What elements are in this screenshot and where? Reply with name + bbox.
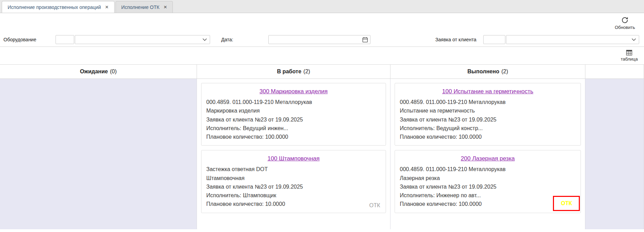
- tab-label: Исполнение ОТК: [121, 4, 160, 10]
- tab-production-operations[interactable]: Исполнение производственных операций ×: [2, 1, 115, 13]
- kanban-card[interactable]: 100 Испытание на герметичность 000.4859.…: [395, 83, 581, 146]
- card-operation: Штамповочная: [206, 174, 381, 182]
- top-toolbar: Обновить: [0, 13, 644, 33]
- card-client-request: Заявка от клиента №23 от 19.09.2025: [400, 115, 576, 124]
- card-planned-quantity: Плановое количество: 100.0000: [400, 133, 576, 141]
- card-operation: Испытание на герметичность: [400, 106, 576, 115]
- tab-bar: Исполнение производственных операций × И…: [0, 0, 644, 13]
- refresh-label: Обновить: [615, 25, 635, 30]
- chevron-down-icon: [202, 38, 207, 41]
- client-request-code-input[interactable]: [483, 35, 505, 44]
- card-executor: Исполнитель: Штамповщик: [206, 191, 381, 200]
- bottom-strip: [0, 229, 644, 232]
- filters-row: Оборудование Дата: Заявка от клиента: [0, 33, 644, 46]
- column-count: (2): [304, 68, 310, 75]
- column-header-in-progress: В работе (2): [197, 64, 390, 79]
- refresh-button[interactable]: Обновить: [615, 16, 635, 30]
- card-product: 000.4859. 011.000-119-210 Металлорукав: [400, 165, 576, 173]
- tab-label: Исполнение производственных операций: [8, 4, 101, 10]
- kanban-card[interactable]: 300 Маркировка изделия 000.4859. 011.000…: [201, 83, 386, 146]
- card-product: 000.4859. 011.000-119-210 Металлорукав: [400, 98, 576, 106]
- kanban-card[interactable]: 200 Лазерная резка 000.4859. 011.000-119…: [395, 150, 581, 213]
- column-header-spacer: [585, 64, 644, 79]
- card-client-request: Заявка от клиента №23 от 19.09.2025: [400, 182, 576, 191]
- view-toolbar: таблица: [0, 47, 644, 64]
- card-executor: Исполнитель: Ведущий констр...: [400, 124, 576, 133]
- app-window: Исполнение производственных операций × И…: [0, 0, 644, 232]
- date-input[interactable]: [268, 35, 370, 44]
- card-planned-quantity: Плановое количество: 100.0000: [206, 133, 381, 141]
- client-request-select[interactable]: [506, 35, 639, 44]
- kanban-card[interactable]: 100 Штамповочная Застежка ответная DOT Ш…: [201, 150, 386, 213]
- column-title: Выполнено: [467, 68, 499, 75]
- card-title-link[interactable]: 300 Маркировка изделия: [206, 88, 381, 95]
- refresh-icon: [621, 16, 629, 24]
- equipment-select[interactable]: [75, 35, 210, 44]
- column-body-in-progress: 300 Маркировка изделия 000.4859. 011.000…: [197, 79, 390, 229]
- client-request-label: Заявка от клиента: [435, 37, 476, 42]
- card-client-request: Заявка от клиента №23 от 19.09.2025: [206, 115, 381, 124]
- calendar-icon[interactable]: [362, 37, 368, 43]
- column-body-done: 100 Испытание на герметичность 000.4859.…: [390, 79, 585, 229]
- equipment-label: Оборудование: [3, 37, 36, 42]
- card-executor: Исполнитель: Ведущий инжен...: [206, 124, 381, 133]
- column-count: (2): [501, 68, 508, 75]
- card-title-link[interactable]: 100 Испытание на герметичность: [400, 88, 576, 95]
- table-icon: [626, 50, 632, 56]
- column-body-waiting: [0, 79, 197, 229]
- equipment-code-input[interactable]: [56, 35, 74, 44]
- column-title: Ожидание: [80, 68, 108, 75]
- column-header-waiting: Ожидание (0): [0, 64, 197, 79]
- otk-badge-highlighted[interactable]: ОТК: [553, 196, 580, 211]
- chevron-down-icon: [632, 38, 636, 41]
- kanban-board: Ожидание (0) В работе (2) Выполнено (2) …: [0, 64, 644, 229]
- card-client-request: Заявка от клиента №23 от 19.09.2025: [206, 182, 381, 191]
- column-header-done: Выполнено (2): [390, 64, 585, 79]
- card-title-link[interactable]: 200 Лазерная резка: [400, 155, 576, 162]
- card-operation: Лазерная резка: [400, 174, 576, 182]
- close-icon[interactable]: ×: [105, 4, 109, 10]
- tab-otk-execution[interactable]: Исполнение ОТК ×: [116, 1, 173, 13]
- close-icon[interactable]: ×: [164, 4, 167, 10]
- otk-badge: ОТК: [369, 202, 380, 209]
- card-product: 000.4859. 011.000-119-210 Металлорукав: [206, 98, 381, 106]
- card-planned-quantity: Плановое количество: 10.0000: [206, 200, 381, 208]
- card-operation: Маркировка изделия: [206, 106, 381, 115]
- table-view-label: таблица: [621, 56, 638, 62]
- column-body-spacer: [585, 79, 644, 229]
- column-count: (0): [110, 68, 117, 75]
- card-planned-quantity: Плановое количество: 100.0000: [400, 200, 576, 208]
- column-title: В работе: [277, 68, 301, 75]
- board-panel: таблица Ожидание (0) В работе (2) Выполн…: [0, 46, 644, 232]
- card-title-link[interactable]: 100 Штамповочная: [206, 155, 381, 162]
- card-executor: Исполнитель: Инженер по авт...: [400, 191, 576, 200]
- table-view-button[interactable]: таблица: [621, 50, 638, 62]
- card-product: Застежка ответная DOT: [206, 165, 381, 173]
- date-label: Дата:: [221, 37, 233, 42]
